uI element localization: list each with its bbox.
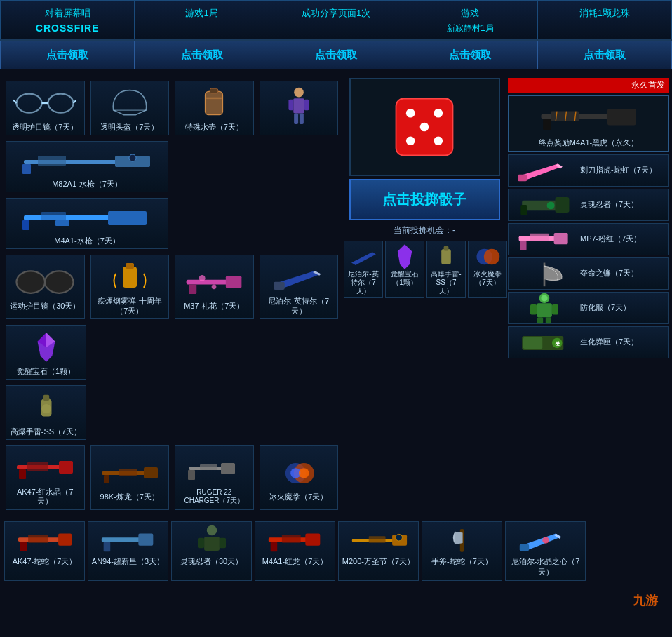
right-featured-item: 终点奖励M4A1-黑虎（永久） [508,95,669,152]
svg-rect-35 [274,282,285,290]
bio-mag-label: 生化弹匣（7天） [580,337,638,347]
smoke-label: 疾煙烟雾弹-十周年（7天） [94,297,166,315]
item-sport-goggles: 运动护目镜（30天） [6,255,85,318]
bottom-item-an94: AN94-超新星（3天） [88,521,168,581]
svg-rect-21 [108,211,147,225]
task-5: 消耗1颗龙珠 [537,0,672,39]
right-item-scythe: 夺命之镰（7天） [508,257,669,290]
bottom-item-ninja-30: 灵魂忍者（30天） [171,521,252,581]
svg-rect-23 [22,220,29,230]
claim-btn-4[interactable]: 点击领取 [403,41,537,69]
claim-btn-3[interactable]: 点击领取 [269,41,403,69]
mp7-img [513,226,576,253]
svg-rect-92 [546,317,551,323]
small-item-icefist: 冰火魔拳（7天） [468,241,507,298]
ninja-img [513,192,576,218]
item-nepal-intel: 尼泊尔-英特尔（7天） [260,255,339,318]
nepal-crystal-label: 尼泊尔-水晶之心（7天） [509,556,582,577]
svg-rect-10 [293,99,304,114]
svg-line-3 [13,100,17,103]
svg-point-9 [294,88,304,98]
right-item-hazmat: 防化服（7天） [508,292,669,324]
svg-rect-104 [103,542,110,551]
dice-roll-button[interactable]: 点击投掷骰子 [349,179,500,220]
right-item-mp7: MP7-粉红（7天） [508,223,669,255]
svg-rect-79 [555,197,569,213]
svg-point-19 [129,154,136,161]
claim-btn-5[interactable]: 点击领取 [537,41,672,69]
small-crystal-img [388,243,422,270]
m4a1-black-tiger-svg [536,102,641,134]
nepal-crystal-img [514,525,577,556]
svg-marker-65 [398,244,412,269]
item-ruger-22-charger: RUGER 22 CHARGER（7天） [175,445,254,509]
item-m4a1: M4A1-水枪（7天） [6,198,168,249]
svg-point-69 [484,249,499,264]
svg-rect-85 [520,241,526,250]
bottom-item-m200: M200-万圣节（7天） [338,521,419,581]
task-2-line1: 游戏1局 [140,8,262,20]
ninja-30-label: 灵魂忍者（30天） [175,556,248,567]
svg-rect-90 [552,304,558,315]
svg-point-41 [41,404,51,413]
ak47-red-label: AK47-红水晶（7天） [9,488,81,506]
canteen-img [182,86,246,121]
svg-rect-45 [19,469,26,479]
middle-panel: 点击投掷骰子 当前投掷机会：- 尼泊尔-英特尔（7天） [344,75,505,518]
m200-img [347,525,410,556]
task-3: 成功分享页面1次 [269,0,403,39]
item-canteen: 特殊水壶（7天） [175,81,254,135]
small-grenade-label: 高爆手雷-SS（7天） [429,270,463,295]
svg-point-62 [420,123,429,132]
svg-rect-110 [305,534,320,546]
an94-label: AN94-超新星（3天） [91,556,165,567]
svg-point-61 [434,109,443,118]
grenade-label: 高爆手雷-SS（7天） [11,427,81,436]
svg-rect-89 [530,304,537,315]
svg-rect-91 [537,317,543,323]
bottom-item-nepal-crystal: 尼泊尔-水晶之心（7天） [505,521,586,581]
svg-rect-107 [198,538,204,549]
small-icefist-img [471,243,504,270]
main-area: 透明护目镜（7天） 透明头盔（7天） [0,75,672,518]
svg-rect-51 [221,463,235,474]
svg-point-80 [547,201,555,209]
small-items-grid: 尼泊尔-英特尔（7天） 觉醒宝石（1颗） 高爆 [344,241,505,298]
mp7-label: MP7-粉红（7天） [580,234,641,244]
bio-mag-img: ☣ [513,329,576,356]
svg-point-64 [434,136,443,145]
svg-rect-44 [27,462,48,471]
right-badge: 永久首发 [508,78,669,93]
svg-rect-99 [58,534,72,546]
left-row-1: 透明护目镜（7天） 透明头盔（7天） [4,79,340,137]
m82a1-img [17,146,157,177]
svg-point-105 [206,525,217,536]
svg-rect-43 [59,461,73,474]
item-character [260,81,339,135]
svg-rect-84 [530,234,549,241]
small-nepal-label: 尼泊尔-英特尔（7天） [347,270,380,295]
svg-rect-118 [519,544,528,551]
hazmat-label: 防化服（7天） [580,302,631,313]
dice-svg [393,95,456,159]
right-item-knife-pink: 刺刀指虎-蛇虹（7天） [508,154,669,187]
left-row-3: M4A1-水枪（7天） [4,196,340,250]
svg-point-33 [199,275,206,281]
svg-rect-103 [138,534,153,546]
claim-btn-1[interactable]: 点击领取 [0,41,134,69]
claim-btn-2[interactable]: 点击领取 [134,41,268,69]
svg-rect-83 [554,233,568,244]
an94-img [97,525,160,556]
svg-rect-71 [607,109,636,125]
left-panel: 透明护目镜（7天） 透明头盔（7天） [0,75,344,518]
m4a1-label: M4A1-水枪（7天） [54,236,120,246]
svg-rect-11 [288,100,293,110]
svg-rect-48 [119,469,137,476]
svg-rect-12 [304,100,309,110]
task-5-line1: 消耗1颗龙珠 [544,8,666,20]
crystal-label: 觉醒宝石（1颗） [17,367,75,376]
item-transparent-helmet: 透明头盔（7天） [90,81,170,135]
svg-rect-7 [210,88,218,93]
m200-label: M200-万圣节（7天） [342,556,415,567]
svg-rect-52 [188,470,195,480]
